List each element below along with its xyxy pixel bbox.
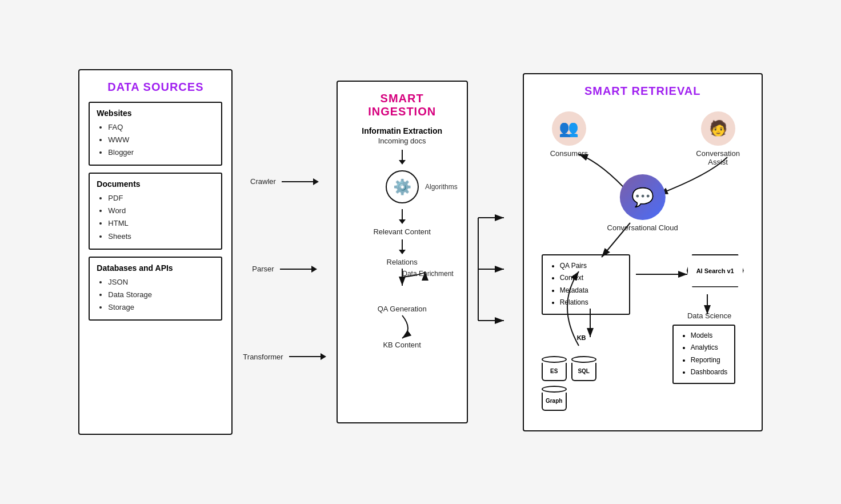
ingestion-flow: Informatin Extraction Incoming docs ⚙️ A… (347, 126, 458, 351)
info-extraction-title: Informatin Extraction (362, 126, 442, 135)
sql-label: SQL (578, 368, 590, 374)
databases-list: JSON Data Storage Storage (97, 276, 214, 314)
list-item: JSON (108, 276, 214, 289)
smart-retrieval-title: SMART RETRIEVAL (533, 85, 752, 98)
connectors-area: Crawler Parser Transformer (243, 103, 326, 401)
retrieval-inner: 👥 Consumers 🧑 Conversation Assist 💬 (533, 106, 752, 420)
qa-generation-step: QA Generation (378, 302, 427, 315)
crawler-arrow (282, 178, 319, 185)
data-science-label: Data Science (672, 311, 747, 320)
list-item: Reporting (691, 354, 728, 367)
websites-box: Websites FAQ WWW Blogger (89, 102, 222, 166)
documents-box: Documents PDF Word HTML Sheets (89, 173, 222, 249)
relations-step: Relations (387, 255, 418, 269)
algorithms-step: ⚙️ Algorithms (386, 166, 419, 208)
smart-ingestion-panel: SMART INGESTION Informatin Extraction In… (337, 81, 468, 423)
websites-list: FAQ WWW Blogger (97, 121, 214, 159)
graph-cylinder: Graph (542, 386, 567, 411)
list-item: FAQ (108, 121, 214, 134)
smart-ingestion-title: SMART INGESTION (347, 92, 458, 118)
list-item: WWW (108, 134, 214, 146)
list-item: Sheets (108, 230, 214, 243)
data-science-area: Data Science Models Analytics Reporting … (672, 311, 747, 384)
kb-arrow-container (351, 315, 454, 344)
qa-pairs-box: QA Pairs Context Metadata Relations (542, 254, 630, 315)
data-enrichment-container: Data Enrichment (351, 269, 454, 300)
gear-icon: ⚙️ Algorithms (386, 170, 419, 203)
conversation-assist-label: Conversation Assist (695, 149, 741, 166)
ai-search-label: AI Search v1 (687, 254, 744, 287)
list-item: Context (560, 272, 622, 285)
list-item: Models (691, 330, 728, 342)
algorithms-label: Algorithms (425, 183, 458, 191)
list-item: Metadata (560, 285, 622, 297)
parser-arrow (280, 266, 317, 273)
data-enrichment-label: Data Enrichment (402, 270, 453, 279)
list-item: Dashboards (691, 366, 728, 379)
conversation-assist-icon: 🧑 (701, 111, 735, 146)
relevant-content-step: Relevant Content (373, 225, 430, 238)
consumers-bubble: 👥 Consumers (550, 111, 588, 158)
websites-heading: Websites (97, 109, 214, 118)
conversational-cloud-icon: 💬 (620, 174, 666, 220)
crawler-label: Crawler (250, 177, 276, 186)
multi-arrows-svg (478, 183, 512, 355)
data-science-box: Models Analytics Reporting Dashboards (672, 325, 736, 384)
list-item: PDF (108, 192, 214, 205)
list-item: QA Pairs (560, 260, 622, 273)
documents-heading: Documents (97, 179, 214, 189)
arrow-3 (399, 239, 406, 254)
databases-heading: Databases and APIs (97, 263, 214, 273)
ds-list: Models Analytics Reporting Dashboards (680, 330, 728, 379)
arrow-1 (399, 150, 406, 165)
consumers-label: Consumers (550, 149, 588, 158)
list-item: Analytics (691, 342, 728, 354)
arrow-2 (399, 209, 406, 224)
conversational-cloud-label: Conversational Cloud (607, 223, 678, 232)
list-item: Word (108, 205, 214, 217)
kb-label: KB (577, 334, 586, 341)
list-item: HTML (108, 217, 214, 230)
ai-search-hex: AI Search v1 (687, 254, 744, 287)
parser-connector: Parser (252, 265, 317, 273)
db-row-1: ES SQL (542, 345, 596, 381)
parser-label: Parser (252, 265, 274, 273)
main-container: DATA SOURCES Websites FAQ WWW Blogger Do… (0, 0, 841, 504)
transformer-connector: Transformer (243, 353, 326, 361)
list-item: Storage (108, 301, 214, 314)
conversational-cloud-bubble: 💬 Conversational Cloud (607, 174, 678, 232)
relevant-content-label: Relevant Content (373, 227, 430, 236)
es-cylinder: ES (542, 356, 567, 381)
qa-generation-label: QA Generation (378, 305, 427, 313)
smart-retrieval-panel: SMART RETRIEVAL (523, 73, 763, 431)
sql-cylinder: SQL (571, 356, 596, 381)
db-row-2: Graph (542, 386, 567, 411)
es-label: ES (550, 368, 558, 374)
list-item: Data Storage (108, 289, 214, 301)
incoming-docs-label: Incoming docs (378, 137, 426, 145)
multi-arrow-area (478, 155, 512, 383)
consumers-icon: 👥 (552, 111, 586, 146)
graph-label: Graph (546, 398, 562, 404)
data-sources-title: DATA SOURCES (89, 81, 222, 94)
documents-list: PDF Word HTML Sheets (97, 192, 214, 242)
relations-label: Relations (387, 258, 418, 266)
qa-pairs-list: QA Pairs Context Metadata Relations (550, 260, 622, 309)
databases-box: Databases and APIs JSON Data Storage Sto… (89, 257, 222, 321)
kb-arrow-svg (351, 315, 454, 344)
db-area: KB ES SQL (542, 334, 596, 411)
data-sources-panel: DATA SOURCES Websites FAQ WWW Blogger Do… (78, 69, 233, 435)
info-extraction-step: Informatin Extraction Incoming docs (362, 126, 442, 149)
transformer-label: Transformer (243, 353, 283, 361)
list-item: Relations (560, 297, 622, 309)
conversation-assist-bubble: 🧑 Conversation Assist (695, 111, 741, 166)
transformer-arrow (289, 353, 326, 360)
crawler-connector: Crawler (250, 177, 319, 186)
list-item: Blogger (108, 146, 214, 159)
